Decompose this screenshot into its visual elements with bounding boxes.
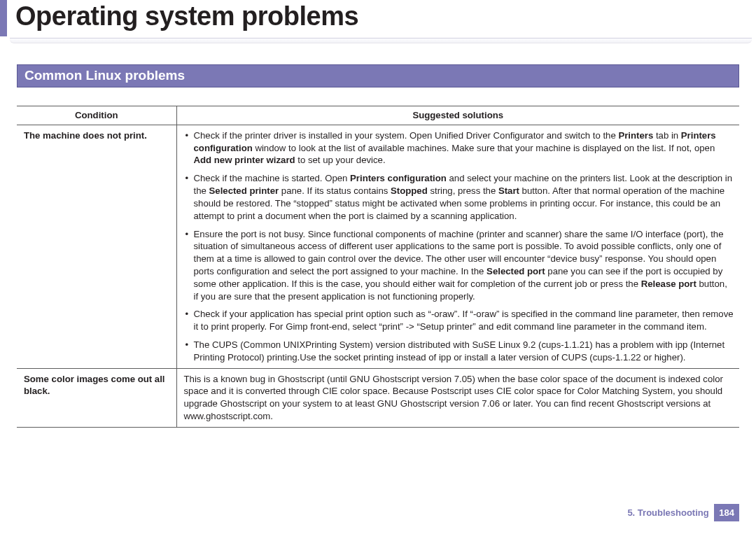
content-area: Common Linux problems Condition Suggeste… <box>0 43 756 428</box>
bold-text: Selected port <box>486 266 545 276</box>
bold-text: Release port <box>641 279 696 289</box>
table-row: Some color images come out all black. Th… <box>17 368 739 427</box>
condition-cell: Some color images come out all black. <box>17 368 176 427</box>
footer-chapter: 5. Troubleshooting <box>627 507 708 518</box>
bold-text: Start <box>498 185 519 196</box>
bold-text: Selected printer <box>209 185 279 196</box>
table-row: The machine does not print. Check if the… <box>17 125 739 368</box>
text: to set up your device. <box>295 155 386 165</box>
footer-page-number: 184 <box>714 504 739 521</box>
title-underline <box>10 38 752 43</box>
troubleshoot-table: Condition Suggested solutions The machin… <box>17 106 739 428</box>
bold-text: Printers configuration <box>350 173 447 183</box>
text: Check if your application has special pr… <box>194 309 734 332</box>
list-item: Check if your application has special pr… <box>184 308 734 333</box>
header-solutions: Suggested solutions <box>176 106 739 125</box>
section-heading: Common Linux problems <box>17 64 739 87</box>
bold-text: Printers <box>618 130 653 141</box>
text: window to look at the list of available … <box>253 143 715 153</box>
bold-text: Add new printer wizard <box>194 155 295 165</box>
text: The CUPS (Common UNIXPrinting System) ve… <box>194 339 725 363</box>
list-item: Check if the printer driver is installed… <box>184 129 734 167</box>
solutions-cell: This is a known bug in Ghostscript (unti… <box>176 368 739 427</box>
list-item: The CUPS (Common UNIXPrinting System) ve… <box>184 339 734 364</box>
table-header-row: Condition Suggested solutions <box>17 106 739 125</box>
title-accent-bar <box>0 0 7 36</box>
text: pane. If its status contains <box>279 185 391 196</box>
bold-text: Stopped <box>391 185 428 196</box>
text: Check if the printer driver is installed… <box>194 130 619 141</box>
text: tab in <box>653 130 681 141</box>
page-footer: 5. Troubleshooting 184 <box>627 504 739 521</box>
list-item: Check if the machine is started. Open Pr… <box>184 172 734 222</box>
header-condition: Condition <box>17 106 176 125</box>
page-title: Operating system problems <box>0 0 756 29</box>
title-block: Operating system problems <box>0 0 756 43</box>
text: Check if the machine is started. Open <box>194 173 351 183</box>
text: string, press the <box>428 185 498 196</box>
solutions-cell: Check if the printer driver is installed… <box>176 125 739 368</box>
condition-cell: The machine does not print. <box>17 125 176 368</box>
list-item: Ensure the port is not busy. Since funct… <box>184 228 734 303</box>
bullet-list: Check if the printer driver is installed… <box>184 129 734 364</box>
